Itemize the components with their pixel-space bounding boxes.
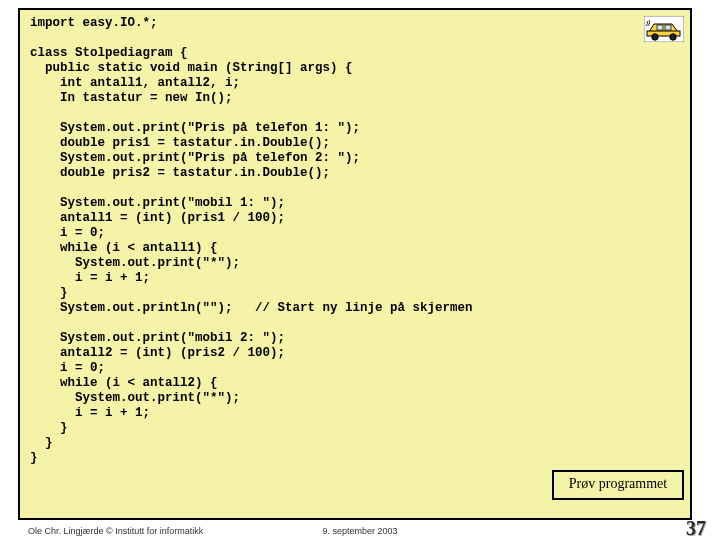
- code-line: In tastatur = new In();: [30, 91, 233, 105]
- svg-point-2: [652, 34, 658, 40]
- code-line: System.out.print("Pris på telefon 1: ");: [30, 121, 360, 135]
- code-block: import easy.IO.*; class Stolpediagram { …: [30, 16, 473, 466]
- code-line: import easy.IO.*;: [30, 16, 158, 30]
- slide-frame: import easy.IO.*; class Stolpediagram { …: [18, 8, 692, 520]
- code-line: double pris1 = tastatur.in.Double();: [30, 136, 330, 150]
- footer-date: 9. september 2003: [0, 526, 720, 536]
- car-icon: [644, 16, 684, 42]
- code-line: System.out.print("Pris på telefon 2: ");: [30, 151, 360, 165]
- run-program-button[interactable]: Prøv programmet: [552, 470, 684, 500]
- code-line: System.out.print("mobil 1: ");: [30, 196, 285, 210]
- code-line: i = i + 1;: [30, 406, 150, 420]
- code-line: int antall1, antall2, i;: [30, 76, 240, 90]
- run-program-label: Prøv programmet: [569, 476, 667, 491]
- code-line: antall1 = (int) (pris1 / 100);: [30, 211, 285, 225]
- svg-rect-5: [665, 25, 671, 30]
- code-line: System.out.print("mobil 2: ");: [30, 331, 285, 345]
- code-line: while (i < antall2) {: [30, 376, 218, 390]
- code-line: }: [30, 436, 53, 450]
- code-line: antall2 = (int) (pris2 / 100);: [30, 346, 285, 360]
- code-line: double pris2 = tastatur.in.Double();: [30, 166, 330, 180]
- code-line: System.out.print("*");: [30, 256, 240, 270]
- code-line: System.out.println(""); // Start ny linj…: [30, 301, 473, 315]
- svg-rect-4: [657, 25, 663, 30]
- code-line: i = 0;: [30, 226, 105, 240]
- code-line: }: [30, 286, 68, 300]
- page-number: 37: [686, 517, 706, 540]
- code-line: i = i + 1;: [30, 271, 150, 285]
- code-line: }: [30, 421, 68, 435]
- code-line: class Stolpediagram {: [30, 46, 188, 60]
- code-line: i = 0;: [30, 361, 105, 375]
- svg-point-3: [670, 34, 676, 40]
- code-line: while (i < antall1) {: [30, 241, 218, 255]
- code-line: System.out.print("*");: [30, 391, 240, 405]
- code-line: }: [30, 451, 38, 465]
- code-line: public static void main (String[] args) …: [30, 61, 353, 75]
